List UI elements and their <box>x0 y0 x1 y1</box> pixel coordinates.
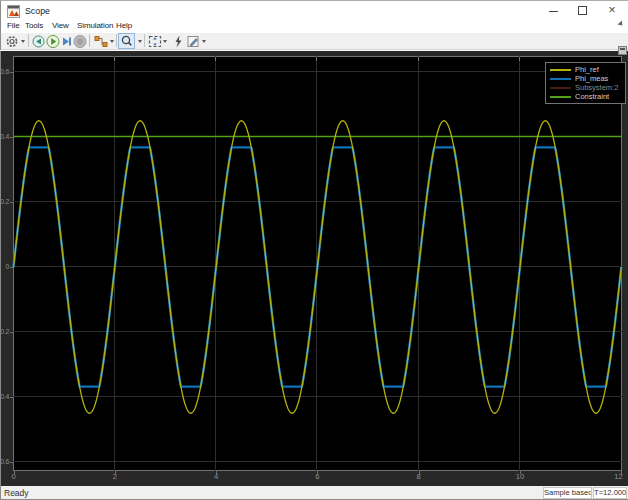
scope-app-icon <box>7 4 20 17</box>
legend-row[interactable]: Subsystem:2 <box>546 83 625 92</box>
y-tick-label: 0.6 <box>0 68 9 76</box>
x-tick-label: 10 <box>510 473 530 481</box>
close-button[interactable]: × <box>597 1 627 20</box>
y-tick-mark <box>10 267 13 268</box>
run-icon <box>46 34 60 49</box>
x-tick-label: 2 <box>105 473 125 481</box>
legend[interactable]: Phi_ref Phi_meas Subsystem:2 Constraint <box>545 62 626 104</box>
window-border-top <box>0 0 628 1</box>
y-tick-label: -0.4 <box>0 393 9 401</box>
x-tick-mark <box>419 471 420 474</box>
legend-label-phi-meas: Phi_meas <box>575 74 608 83</box>
close-icon: × <box>608 2 616 17</box>
dock-scope-icon[interactable] <box>618 46 627 55</box>
stop-icon <box>73 34 87 49</box>
highlight-button[interactable] <box>186 34 200 49</box>
toolbar-separator <box>89 34 90 47</box>
toolbar-separator <box>28 34 29 47</box>
toolbar-separator <box>116 34 117 47</box>
menu-overflow-icon[interactable] <box>617 21 624 28</box>
window-border-left <box>0 0 1 500</box>
signal-selector-button[interactable] <box>94 34 108 49</box>
step-forward-button[interactable] <box>60 34 73 49</box>
maximize-icon <box>578 6 587 15</box>
signal-selector-dropdown-icon[interactable] <box>110 40 114 43</box>
step-forward-icon <box>60 34 73 49</box>
title-bar: Scope × <box>0 0 628 19</box>
menu-simulation[interactable]: Simulation <box>77 19 113 33</box>
legend-row[interactable]: Constraint <box>546 92 625 101</box>
menu-bar: File Tools View Simulation Help <box>0 19 628 33</box>
pen-icon <box>186 34 200 49</box>
x-tick-label: 8 <box>409 473 429 481</box>
autoscale-dropdown-icon[interactable] <box>163 40 167 43</box>
signal-selector-icon <box>94 34 108 49</box>
parameters-button[interactable] <box>5 34 19 49</box>
legend-line-subsystem <box>550 87 571 89</box>
step-back-icon <box>32 34 45 49</box>
y-tick-label: 0.2 <box>0 198 9 206</box>
y-tick-label: 0 <box>0 263 9 271</box>
y-tick-mark <box>10 72 13 73</box>
zoom-button[interactable] <box>118 33 135 49</box>
status-bar: Ready Sample based T=12.000 <box>0 486 628 500</box>
x-tick-label: 0 <box>4 473 24 481</box>
x-tick-mark <box>14 471 15 474</box>
zoom-dropdown-icon[interactable] <box>138 40 142 43</box>
legend-label-subsystem: Subsystem:2 <box>575 83 618 92</box>
status-ready: Ready <box>4 487 29 499</box>
x-tick-mark <box>115 471 116 474</box>
lightning-icon <box>172 34 185 49</box>
y-tick-mark <box>10 202 13 203</box>
plot-area[interactable]: Phi_ref Phi_meas Subsystem:2 Constraint <box>13 56 622 471</box>
zoom-icon <box>119 34 134 48</box>
autoscale-button[interactable] <box>148 34 162 49</box>
maximize-button[interactable] <box>567 1 597 20</box>
run-button[interactable] <box>46 34 60 49</box>
x-tick-label: 6 <box>307 473 327 481</box>
menu-tools[interactable]: Tools <box>25 19 43 33</box>
legend-line-phi-ref <box>550 69 571 71</box>
x-tick-mark <box>317 471 318 474</box>
gear-icon <box>5 34 19 49</box>
toolbar-separator <box>144 34 145 47</box>
legend-label-constraint: Constraint <box>575 92 609 101</box>
autoscale-icon <box>148 34 162 49</box>
x-tick-mark <box>216 471 217 474</box>
legend-line-constraint <box>550 96 571 98</box>
status-time: T=12.000 <box>593 487 627 499</box>
toolbar-bottom-line <box>0 50 628 51</box>
legend-row[interactable]: Phi_meas <box>546 74 625 83</box>
parameters-dropdown-icon[interactable] <box>21 40 25 43</box>
menu-view[interactable]: View <box>52 19 69 33</box>
y-tick-label: -0.6 <box>0 458 9 466</box>
legend-line-phi-meas <box>550 78 571 80</box>
x-tick-label: 4 <box>206 473 226 481</box>
scope-canvas: Phi_ref Phi_meas Subsystem:2 Constraint … <box>0 50 628 487</box>
minimize-icon <box>549 11 558 12</box>
status-sample-based: Sample based <box>543 487 592 499</box>
trigger-button[interactable] <box>172 34 185 49</box>
minimize-button[interactable] <box>538 1 568 20</box>
legend-row[interactable]: Phi_ref <box>546 65 625 74</box>
scope-window: Scope × File Tools View Simulation Help <box>0 0 628 500</box>
x-tick-mark <box>621 471 622 474</box>
stop-button[interactable] <box>73 34 87 49</box>
y-tick-label: -0.2 <box>0 328 9 336</box>
highlight-dropdown-icon[interactable] <box>202 40 206 43</box>
legend-label-phi-ref: Phi_ref <box>575 65 599 74</box>
menu-help[interactable]: Help <box>116 19 132 33</box>
toolbar <box>0 33 628 50</box>
y-tick-mark <box>10 332 13 333</box>
x-tick-label: 12 <box>609 473 628 481</box>
x-tick-mark <box>520 471 521 474</box>
menu-file[interactable]: File <box>7 19 20 33</box>
step-back-button[interactable] <box>32 34 45 49</box>
plot-svg <box>13 56 622 471</box>
y-tick-label: 0.4 <box>0 133 9 141</box>
y-tick-mark <box>10 137 13 138</box>
window-title: Scope <box>25 1 50 20</box>
y-tick-mark <box>10 462 13 463</box>
y-tick-mark <box>10 397 13 398</box>
